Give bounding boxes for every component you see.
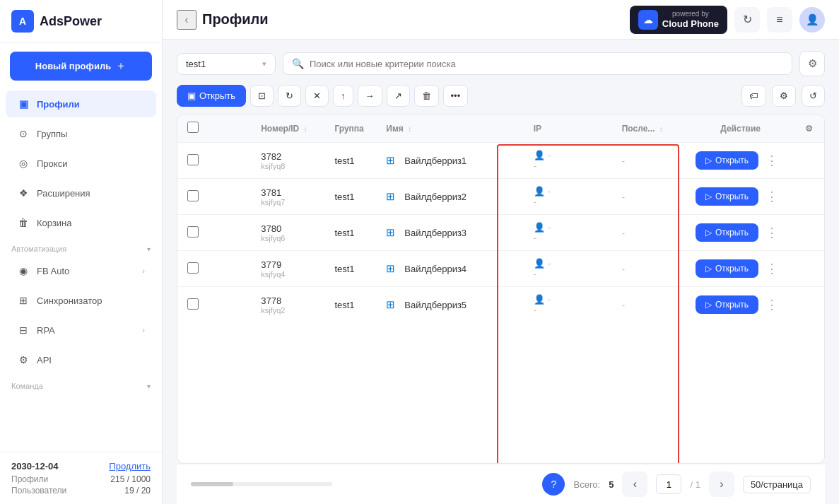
fb-auto-icon: ◉	[17, 264, 30, 277]
row-checkbox[interactable]	[187, 298, 199, 310]
sync-icon: ⊞	[17, 294, 30, 307]
new-profile-button[interactable]: Новый профиль ＋	[10, 52, 152, 81]
group-select-chevron-icon: ▾	[262, 59, 266, 69]
sidebar-item-groups[interactable]: ⊙ Группы	[6, 120, 156, 147]
row-name: Вайлдберриз2	[404, 192, 467, 202]
table-row: 3778 ksjfyq2 test1 ⊞ Вайлдберриз5 👤-	[177, 287, 824, 323]
footer-date: 2030-12-04	[11, 461, 59, 471]
header-ip: IP	[534, 124, 541, 134]
header-name: Имя	[386, 124, 404, 134]
last-value: -	[622, 192, 625, 202]
tag-button[interactable]: 🏷	[741, 85, 766, 107]
profiles-table: Номер/ID ↕ Группа Имя ↕ IP После... ↕ Де…	[177, 114, 825, 464]
sidebar-item-profiles[interactable]: ▣ Профили	[6, 90, 156, 117]
delete-button[interactable]: 🗑	[414, 85, 439, 107]
list-view-button[interactable]: ≡	[767, 7, 792, 33]
move-icon: →	[365, 90, 375, 101]
open-profile-button[interactable]: ▷ Открыть	[696, 295, 758, 314]
table-header-row: Номер/ID ↕ Группа Имя ↕ IP После... ↕ Де…	[177, 115, 824, 143]
select-all-checkbox[interactable]	[187, 122, 199, 133]
user-icon: 👤	[534, 186, 545, 197]
row-more-button[interactable]: ⋮	[763, 297, 781, 312]
row-id: ksjfyq8	[261, 162, 315, 170]
refresh-topbar-button[interactable]: ↻	[734, 7, 760, 33]
screen-button[interactable]: ⊡	[250, 85, 274, 107]
team-section-label: Команда ▾	[0, 375, 162, 393]
close-profiles-button[interactable]: ✕	[305, 85, 329, 107]
open-icon: ▣	[187, 90, 196, 101]
open-button[interactable]: ▣ Открыть	[177, 85, 246, 107]
ip-extra: -	[534, 197, 602, 207]
open-profile-button[interactable]: ▷ Открыть	[696, 187, 758, 206]
row-group: test1	[334, 156, 354, 166]
sidebar-item-trash[interactable]: 🗑 Корзина	[6, 209, 156, 236]
windows-icon: ⊞	[386, 154, 399, 167]
search-input[interactable]	[310, 59, 783, 69]
row-checkbox[interactable]	[187, 190, 199, 201]
next-page-button[interactable]: ›	[709, 471, 734, 497]
open-profile-icon: ▷	[705, 300, 712, 310]
ip-value: -	[548, 294, 551, 305]
cloud-phone-icon: ☁	[638, 10, 658, 30]
ip-extra: -	[534, 160, 602, 171]
sync-profiles-button[interactable]: ↻	[278, 85, 301, 107]
table-row: 3780 ksjfyq6 test1 ⊞ Вайлдберриз3 👤-	[177, 215, 824, 251]
table-row: 3781 ksjfyq7 test1 ⊞ Вайлдберриз2 👤-	[177, 179, 824, 215]
prev-page-button[interactable]: ‹	[622, 471, 647, 497]
open-profile-icon: ▷	[705, 192, 712, 201]
move-button[interactable]: →	[358, 85, 382, 107]
open-profile-button[interactable]: ▷ Открыть	[696, 259, 758, 278]
reload-table-button[interactable]: ↺	[802, 85, 825, 107]
avatar[interactable]: 👤	[799, 7, 825, 33]
group-select[interactable]: test1 ▾	[177, 53, 276, 75]
logo-icon: A	[11, 10, 34, 33]
sidebar-item-label: Корзина	[37, 218, 72, 228]
open-profile-button[interactable]: ▷ Открыть	[696, 151, 758, 170]
row-more-button[interactable]: ⋮	[763, 189, 781, 204]
windows-icon: ⊞	[386, 298, 399, 311]
row-checkbox[interactable]	[187, 154, 199, 165]
sidebar-item-sync[interactable]: ⊞ Синхронизатор	[6, 287, 156, 314]
columns-button[interactable]: ⚙	[772, 85, 796, 107]
sort-name-icon: ↕	[408, 125, 411, 133]
more-button[interactable]: •••	[443, 85, 469, 107]
per-page-select[interactable]: 50/страница	[743, 476, 811, 493]
search-bar[interactable]: 🔍	[283, 52, 792, 75]
sidebar-item-extensions[interactable]: ❖ Расширения	[6, 180, 156, 206]
row-name: Вайлдберриз5	[404, 300, 467, 310]
api-icon: ⚙	[17, 353, 30, 366]
team-chevron-icon: ▾	[147, 382, 151, 390]
row-more-button[interactable]: ⋮	[763, 153, 781, 168]
upload-icon: ↑	[341, 90, 346, 101]
row-checkbox[interactable]	[187, 262, 199, 274]
row-number: 3780	[261, 223, 315, 234]
row-number: 3778	[261, 295, 315, 306]
sidebar: A AdsPower Новый профиль ＋ ▣ Профили ⊙ Г…	[0, 0, 163, 504]
advanced-filter-button[interactable]: ⚙	[799, 51, 825, 76]
cloud-phone-button[interactable]: ☁ powered by Cloud Phone	[630, 6, 727, 34]
tag-icon: 🏷	[749, 90, 758, 101]
collapse-sidebar-button[interactable]: ‹	[177, 10, 196, 30]
upload-button[interactable]: ↑	[333, 85, 353, 107]
help-button[interactable]: ?	[542, 473, 565, 496]
row-more-button[interactable]: ⋮	[763, 225, 781, 240]
open-profile-button[interactable]: ▷ Открыть	[696, 223, 758, 242]
search-icon: 🔍	[292, 58, 304, 69]
user-icon: 👤	[534, 294, 545, 305]
row-checkbox[interactable]	[187, 226, 199, 238]
table-row: 3779 ksjfyq4 test1 ⊞ Вайлдберриз4 👤-	[177, 251, 824, 287]
user-icon: 👤	[534, 258, 545, 269]
sidebar-item-rpa[interactable]: ⊟RPA ›	[6, 317, 156, 344]
page-total: / 1	[690, 479, 700, 490]
page-number-input[interactable]	[656, 474, 681, 494]
share-button[interactable]: ↗	[387, 85, 410, 107]
proxy-icon: ◎	[17, 157, 30, 170]
renew-button[interactable]: Продлить	[109, 461, 151, 471]
sidebar-item-proxy[interactable]: ◎ Прокси	[6, 150, 156, 177]
sidebar-item-fb-auto[interactable]: ◉FB Auto ›	[6, 257, 156, 284]
more-icon: •••	[451, 90, 461, 101]
ip-value: -	[548, 150, 551, 160]
row-more-button[interactable]: ⋮	[763, 261, 781, 276]
sidebar-item-api[interactable]: ⚙ API	[6, 346, 156, 373]
sort-last-icon: ↕	[659, 125, 663, 133]
